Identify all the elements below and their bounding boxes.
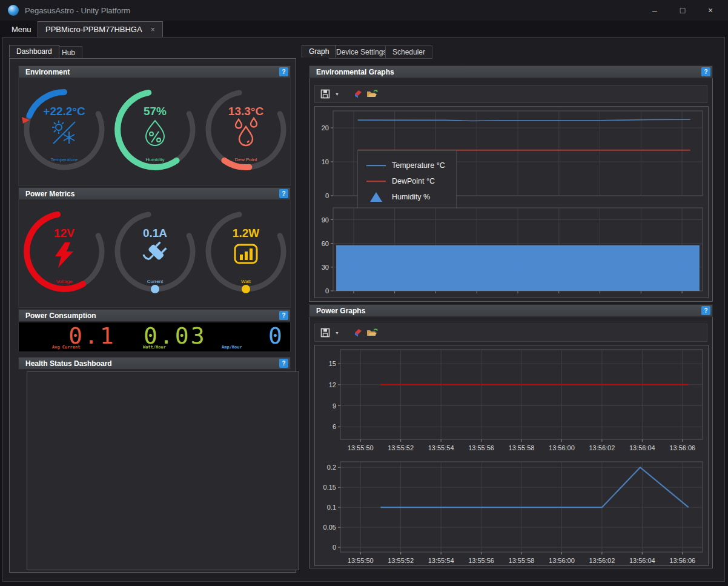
- dew-point-icon: [236, 118, 257, 145]
- power-metrics-gauges: 12V Voltage: [18, 200, 291, 308]
- tab-device-settings[interactable]: Device Settings: [329, 45, 394, 59]
- current-value: 0.1A: [110, 227, 200, 240]
- svg-text:13:55:56: 13:55:56: [468, 444, 494, 451]
- amp-hour-readout: 0: [268, 322, 284, 349]
- svg-text:13:55:50: 13:55:50: [348, 444, 374, 451]
- watt-icon: [235, 245, 257, 263]
- voltage-gauge: 12V Voltage: [19, 200, 110, 308]
- watt-gauge: 1.2W Watt: [200, 200, 291, 308]
- voltage-gauge-ring: [19, 200, 110, 303]
- temperature-icon: [52, 121, 75, 144]
- power-metrics-title: Power Metrics: [25, 190, 74, 198]
- dew-point-gauge: 13.3°C Dew Point: [200, 78, 291, 186]
- svg-text:30: 30: [322, 264, 329, 271]
- power-metrics-header: Power Metrics ?: [18, 187, 291, 200]
- tab-device-label: PPBMicro-PPBM77HBHGA: [45, 25, 142, 34]
- environmental-graphs-help-icon[interactable]: ?: [701, 67, 710, 76]
- health-status-title: Health Status Dashboard: [25, 359, 112, 368]
- svg-text:12: 12: [329, 381, 336, 388]
- svg-text:15: 15: [329, 360, 336, 367]
- health-status-help-icon[interactable]: ?: [279, 359, 288, 368]
- tab-menu[interactable]: Menu: [5, 23, 38, 36]
- svg-text:0: 0: [325, 192, 329, 199]
- watt-value: 1.2W: [200, 227, 291, 240]
- svg-text:0.1: 0.1: [327, 504, 336, 511]
- svg-text:13:55:50: 13:55:50: [348, 557, 374, 564]
- tab-scheduler[interactable]: Scheduler: [385, 45, 432, 59]
- svg-text:0.15: 0.15: [323, 484, 336, 491]
- environment-help-icon[interactable]: ?: [279, 67, 288, 76]
- environment-header: Environment ?: [18, 65, 291, 78]
- tab-device-close-icon[interactable]: ×: [151, 25, 155, 34]
- watt-gauge-dot: [242, 285, 250, 293]
- window-title: PegasusAstro - Unity Platform: [25, 6, 130, 15]
- environmental-graphs-header: Environmental Graphs ?: [309, 65, 713, 78]
- svg-text:13:55:54: 13:55:54: [428, 557, 454, 564]
- tab-device[interactable]: PPBMicro-PPBM77HBHGA ×: [38, 21, 163, 37]
- voltage-label: Voltage: [19, 279, 110, 284]
- svg-text:13:55:54: 13:55:54: [428, 444, 454, 451]
- svg-text:13:55:58: 13:55:58: [509, 444, 535, 451]
- svg-text:0: 0: [333, 544, 336, 551]
- power-consumption-help-icon[interactable]: ?: [279, 311, 288, 320]
- avg-current-readout-label: Avg Current: [52, 345, 80, 350]
- watt-label: Watt: [200, 279, 291, 284]
- tab-dashboard[interactable]: Dashboard: [9, 45, 59, 58]
- clear-eraser-icon[interactable]: [352, 328, 363, 338]
- power-graphs-help-icon[interactable]: ?: [701, 306, 710, 315]
- environmental-charts: 01020 Temperature °C DewPoint °C Humi: [314, 106, 709, 298]
- app-logo-icon: [8, 5, 19, 16]
- svg-text:13:56:02: 13:56:02: [589, 444, 615, 451]
- power-graphs-header: Power Graphs ?: [309, 304, 713, 317]
- power-consumption-title: Power Consumption: [25, 311, 96, 320]
- open-folder-icon[interactable]: [366, 89, 378, 99]
- maximize-button[interactable]: □: [669, 1, 697, 19]
- svg-text:60: 60: [322, 240, 329, 247]
- svg-text:13:56:04: 13:56:04: [629, 444, 655, 451]
- save-dropdown-caret-icon[interactable]: ▼: [335, 331, 339, 335]
- environmental-graphs-title: Environmental Graphs: [316, 68, 394, 76]
- humidity-chart: 0306090: [315, 204, 708, 302]
- svg-text:13:56:00: 13:56:00: [549, 444, 575, 451]
- voltage-value: 12V: [19, 227, 110, 240]
- dashboard-panel: Environment ?: [9, 58, 296, 573]
- humidity-label: Humidity: [110, 157, 200, 162]
- minimize-button[interactable]: –: [641, 1, 669, 19]
- dew-point-label: Dew Point: [200, 157, 291, 162]
- humidity-icon: [146, 121, 164, 145]
- voltage-chart-canvas: 13:55:5013:55:5213:55:5413:55:5613:55:58…: [315, 345, 708, 455]
- power-metrics-help-icon[interactable]: ?: [279, 189, 288, 198]
- svg-text:0: 0: [325, 287, 329, 295]
- save-icon[interactable]: [320, 328, 330, 338]
- open-folder-icon[interactable]: [366, 328, 378, 338]
- humidity-chart-canvas: 0306090: [315, 204, 708, 299]
- current-chart: 13:55:5013:55:5213:55:5413:55:5613:55:58…: [315, 458, 708, 570]
- legend-item-dewpoint: DewPoint °C: [366, 173, 445, 189]
- environment-title: Environment: [25, 68, 70, 76]
- save-dropdown-caret-icon[interactable]: ▼: [335, 92, 339, 96]
- temperature-value: +22.2°C: [19, 105, 110, 118]
- clear-eraser-icon[interactable]: [352, 89, 363, 99]
- power-graphs-toolbar: ▼: [314, 324, 707, 342]
- power-metrics-group: Power Metrics ? 12V Voltage: [18, 187, 291, 308]
- tab-graph[interactable]: Graph: [302, 45, 336, 58]
- environmental-graphs-body: ▼ 01020: [309, 78, 713, 302]
- temp-dew-chart: 01020 Temperature °C DewPoint °C Humi: [315, 107, 708, 204]
- health-status-content: [27, 371, 299, 570]
- amp-hour-readout-label: Amp/Hour: [222, 345, 242, 350]
- power-graphs-title: Power Graphs: [316, 307, 365, 315]
- current-chart-canvas: 13:55:5013:55:5213:55:5413:55:5613:55:58…: [315, 458, 708, 568]
- power-graphs-group: Power Graphs ? ▼: [309, 304, 713, 568]
- watt-gauge-ring: [200, 200, 291, 303]
- save-icon[interactable]: [320, 89, 330, 99]
- power-consumption-header: Power Consumption ?: [18, 309, 291, 322]
- humidity-gauge: 57% Humidity: [110, 78, 200, 186]
- svg-text:9: 9: [333, 402, 336, 410]
- voltage-chart: 13:55:5013:55:5213:55:5413:55:5613:55:58…: [315, 345, 708, 458]
- close-button[interactable]: ×: [697, 1, 724, 19]
- watt-hour-readout-label: Watt/Hour: [143, 345, 166, 350]
- health-status-group: Health Status Dashboard ?: [18, 357, 291, 370]
- temperature-label: Temperature: [19, 157, 110, 162]
- legend-item-humidity: Humidity %: [366, 189, 445, 205]
- current-plug-icon: [142, 239, 168, 265]
